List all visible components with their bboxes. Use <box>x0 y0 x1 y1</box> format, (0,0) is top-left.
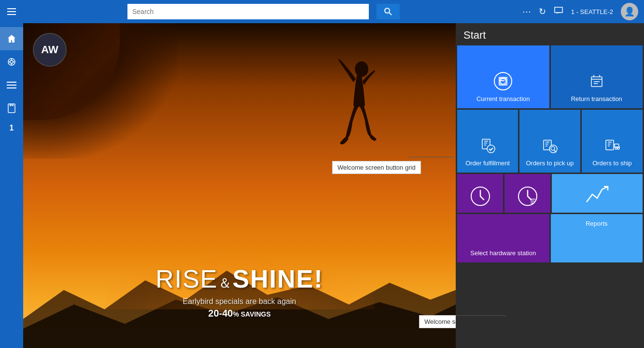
sidebar-badge: 1 <box>10 124 14 132</box>
tile-row-3 <box>456 174 644 214</box>
search-input[interactable] <box>132 8 364 15</box>
welcome-area: AW <box>23 23 456 348</box>
top-bar: ⋯ ↻ 1 - SEATTLE-2 👤 <box>0 0 644 23</box>
tile-row-1: Current transaction Return transaction <box>456 45 644 110</box>
tile-select-hardware-label: Select hardware station <box>470 249 536 258</box>
svg-rect-25 <box>606 140 614 150</box>
tile-select-hardware[interactable]: Select hardware station <box>457 214 549 262</box>
svg-point-6 <box>10 60 13 63</box>
sidebar-item-products[interactable] <box>0 97 23 120</box>
shine-text: SHINE! <box>233 265 323 293</box>
welcome-text-area: RISE＆SHINE! Earlybird specials are back … <box>23 264 456 319</box>
svg-point-15 <box>355 61 368 77</box>
svg-rect-12 <box>7 85 16 86</box>
svg-point-21 <box>487 145 495 153</box>
callout-button-grid-label: Welcome screen button grid <box>332 161 421 174</box>
sidebar: 1 <box>0 23 23 348</box>
search-button[interactable] <box>377 4 400 19</box>
sidebar-item-menu[interactable] <box>0 73 23 97</box>
rise-text: RISE <box>155 265 218 293</box>
search-bar <box>127 4 369 19</box>
hamburger-button[interactable] <box>0 0 23 23</box>
tile-orders-pickup[interactable]: Orders to pick up <box>519 110 580 173</box>
tile-current-transaction[interactable]: Current transaction <box>457 45 549 108</box>
tile-current-transaction-label: Current transaction <box>476 95 530 103</box>
tile-reports[interactable] <box>552 174 643 213</box>
tile-return-transaction[interactable]: Return transaction <box>551 45 643 108</box>
tile-reports-label-text: Reports <box>586 220 608 228</box>
sidebar-item-home[interactable] <box>0 27 23 50</box>
svg-rect-0 <box>7 8 16 9</box>
amp-text: ＆ <box>218 276 233 290</box>
user-avatar[interactable]: 👤 <box>621 3 638 20</box>
svg-line-4 <box>389 13 392 15</box>
tile-orders-pickup-label: Orders to pick up <box>526 160 574 168</box>
callout-button-grid: Welcome screen button grid <box>332 166 374 169</box>
tile-clock-2[interactable] <box>504 174 550 213</box>
start-title: Start <box>456 23 644 45</box>
sidebar-item-store[interactable] <box>0 50 23 73</box>
tile-return-transaction-label: Return transaction <box>571 95 622 103</box>
headline: RISE＆SHINE! <box>23 264 456 293</box>
svg-point-26 <box>615 147 617 149</box>
tile-clock-1[interactable] <box>457 174 503 213</box>
callout-welcome-image: Welcome screen image <box>419 320 441 323</box>
callout-welcome-image-label: Welcome screen image <box>419 315 456 328</box>
top-right-controls: ⋯ ↻ 1 - SEATTLE-2 👤 <box>522 3 644 20</box>
tile-order-fulfillment-label: Order fulfillment <box>465 160 510 168</box>
svg-point-3 <box>385 8 390 13</box>
tile-row-2: Order fulfillment Orders to pick up Orde <box>456 110 644 174</box>
svg-rect-1 <box>7 11 16 12</box>
svg-rect-2 <box>7 14 16 15</box>
tagline: Earlybird specials are back again <box>23 297 456 306</box>
tile-orders-ship-label: Orders to ship <box>592 160 632 168</box>
chat-button[interactable] <box>554 6 563 17</box>
more-button[interactable]: ⋯ <box>522 6 531 17</box>
svg-point-27 <box>617 147 619 149</box>
refresh-button[interactable]: ↻ <box>539 6 546 17</box>
svg-rect-13 <box>7 87 16 88</box>
store-info: 1 - SEATTLE-2 <box>571 8 613 15</box>
svg-rect-11 <box>7 82 16 83</box>
aw-logo: AW <box>33 33 67 67</box>
tile-orders-ship[interactable]: Orders to ship <box>582 110 643 173</box>
tile-row-4: Select hardware station Reports <box>456 214 644 264</box>
tile-order-fulfillment[interactable]: Order fulfillment <box>457 110 518 173</box>
tile-reports-label[interactable]: Reports <box>551 214 643 262</box>
savings-text: 20-40% SAVINGS <box>23 308 456 319</box>
right-panel: Start Current transaction Return trans <box>456 23 644 348</box>
